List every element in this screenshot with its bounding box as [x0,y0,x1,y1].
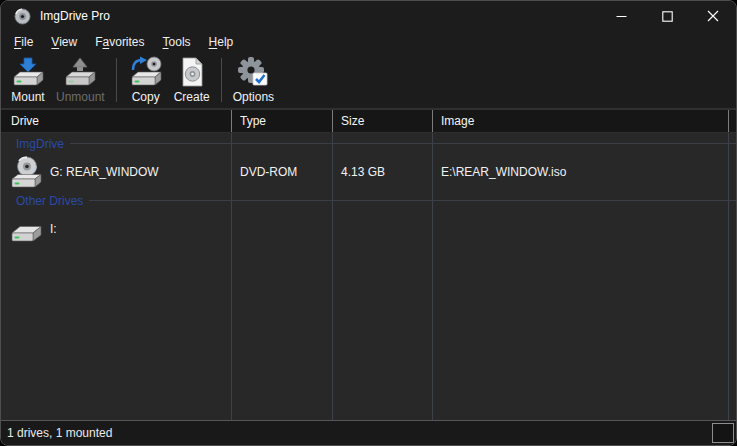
drive-name: G: REAR_WINDOW [50,165,159,179]
minimize-button[interactable] [598,1,644,31]
toolbar-separator [221,58,222,102]
column-header-image[interactable]: Image [433,110,729,132]
mount-button[interactable]: Mount [5,54,51,106]
close-button[interactable] [690,1,736,31]
copy-label: Copy [132,91,160,104]
status-text: 1 drives, 1 mounted [7,426,112,440]
title-bar: ImgDrive Pro [1,1,736,31]
create-button[interactable]: Create [169,54,215,106]
close-icon [707,10,719,22]
menu-view[interactable]: View [42,33,86,51]
mount-icon [10,56,46,90]
drive-type [232,211,333,247]
drive-with-disc-icon [9,156,43,189]
maximize-button[interactable] [644,1,690,31]
unmount-icon [62,56,98,90]
group-label: Other Drives [16,194,83,208]
toolbar-separator [116,58,117,102]
drive-size: 4.13 GB [333,154,433,190]
status-bar: 1 drives, 1 mounted [1,421,736,445]
list-body: ImgDrive [1,133,736,420]
create-icon [175,56,209,90]
column-header-size[interactable]: Size [333,110,433,132]
menu-favorites[interactable]: Favorites [86,33,153,51]
options-gear-icon [235,56,271,90]
drive-type: DVD-ROM [232,154,333,190]
drive-size [333,211,433,247]
menu-file[interactable]: File [5,33,42,51]
drive-image-path: E:\REAR_WINDOW.iso [433,154,729,190]
column-header-filler [729,110,737,132]
copy-button[interactable]: Copy [123,54,169,106]
options-label: Options [233,91,274,104]
drive-list: Drive Type Size Image ImgDrive [1,110,736,421]
menu-bar: File View Favorites Tools Help [1,31,736,53]
drive-row-i[interactable]: I: [1,211,736,247]
group-label: ImgDrive [16,137,64,151]
mount-label: Mount [11,91,44,104]
group-divider-line [89,200,736,201]
drive-row-g[interactable]: G: REAR_WINDOW DVD-ROM 4.13 GB E:\REAR_W… [1,154,736,190]
window-controls [598,1,736,31]
create-label: Create [174,91,210,104]
unmount-label: Unmount [56,91,105,104]
column-header-drive[interactable]: Drive [1,110,232,132]
drive-empty-icon [9,213,43,246]
group-row-imgdrive: ImgDrive [1,133,736,154]
options-button[interactable]: Options [228,54,279,106]
toolbar: Mount Unmount [1,53,736,110]
app-disc-icon [14,8,31,25]
copy-icon [128,56,164,90]
list-header: Drive Type Size Image [1,110,736,133]
window-title: ImgDrive Pro [40,9,110,23]
menu-help[interactable]: Help [200,33,243,51]
drive-image-path [433,211,729,247]
minimize-icon [616,11,627,22]
menu-tools[interactable]: Tools [154,33,200,51]
resize-grip[interactable] [712,423,734,443]
maximize-icon [662,11,673,22]
column-header-type[interactable]: Type [232,110,333,132]
unmount-button[interactable]: Unmount [51,54,110,106]
group-row-other-drives: Other Drives [1,190,736,211]
group-divider-line [70,143,736,144]
app-window: ImgDrive Pro File View Favorites Tools H… [0,0,737,446]
drive-name: I: [50,222,57,236]
